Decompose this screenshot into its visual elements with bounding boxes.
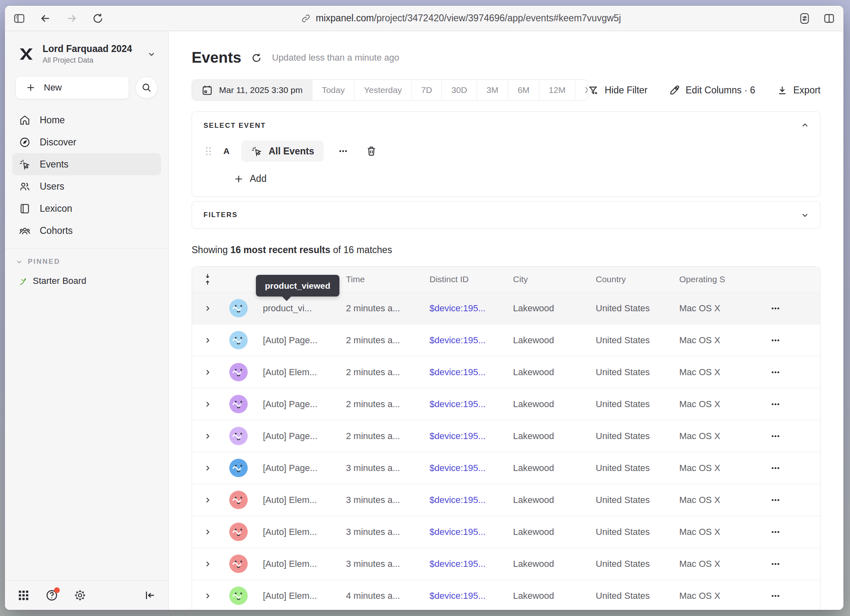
row-expand-chevron-icon[interactable]	[204, 496, 211, 504]
table-row[interactable]: [Auto] Page... 2 minutes a... $device:19…	[192, 420, 820, 452]
row-distinct-id-link[interactable]: $device:195...	[430, 559, 486, 569]
forward-button-icon[interactable]	[66, 12, 78, 25]
table-row[interactable]: [Auto] Page... 2 minutes a... $device:19…	[192, 324, 820, 356]
row-more-button[interactable]	[769, 334, 782, 346]
row-event-name[interactable]: [Auto] Page...	[253, 463, 337, 473]
date-range-yesterday[interactable]: Yesterday	[354, 80, 411, 100]
row-event-name[interactable]: [Auto] Page...	[253, 399, 337, 410]
date-range-3m[interactable]: 3M	[477, 80, 508, 100]
row-expand-chevron-icon[interactable]	[204, 433, 211, 440]
drag-handle-icon[interactable]	[205, 146, 212, 156]
more-options-icon[interactable]	[337, 145, 349, 157]
pinned-board-item[interactable]: Starter Board	[5, 270, 168, 292]
row-distinct-id-link[interactable]: $device:195...	[430, 367, 486, 377]
date-range-12m[interactable]: 12M	[539, 80, 575, 100]
row-event-name[interactable]: [Auto] Elem...	[253, 527, 337, 537]
date-range-6m[interactable]: 6M	[508, 80, 539, 100]
row-expand-chevron-icon[interactable]	[204, 369, 211, 376]
date-range-7d[interactable]: 7D	[411, 80, 442, 100]
reload-button-icon[interactable]	[92, 12, 104, 25]
event-selector-pill[interactable]: All Events	[241, 140, 324, 162]
column-header-city[interactable]: City	[504, 274, 586, 284]
back-button-icon[interactable]	[39, 12, 52, 25]
sidebar-item-users[interactable]: Users	[12, 175, 161, 197]
row-more-button[interactable]	[769, 494, 782, 506]
row-event-name[interactable]: [Auto] Elem...	[253, 367, 337, 378]
row-event-name[interactable]: product_vi...	[253, 303, 337, 314]
row-more-button[interactable]	[769, 558, 782, 570]
row-event-name[interactable]: [Auto] Elem...	[253, 495, 337, 505]
pencil-icon	[669, 85, 680, 96]
page-settings-icon[interactable]	[798, 12, 811, 25]
sidebar-item-lexicon[interactable]: Lexicon	[12, 197, 161, 220]
sidebar-nav-label: Events	[40, 159, 68, 170]
split-view-icon[interactable]	[823, 12, 835, 25]
table-row[interactable]: [Auto] Elem... 3 minutes a... $device:19…	[192, 516, 820, 548]
row-more-button[interactable]	[769, 366, 782, 378]
row-more-button[interactable]	[769, 590, 782, 602]
date-range-today[interactable]: Today	[312, 80, 354, 100]
export-button[interactable]: Export	[777, 85, 821, 96]
row-expand-chevron-icon[interactable]	[204, 560, 211, 568]
sidebar-item-home[interactable]: Home	[12, 109, 161, 131]
sidebar-item-cohorts[interactable]: Cohorts	[12, 220, 161, 242]
row-distinct-id-link[interactable]: $device:195...	[430, 495, 486, 505]
collapse-section-chevron-up-icon[interactable]	[800, 121, 809, 130]
project-switcher[interactable]: Lord Farquaad 2024 All Project Data	[5, 40, 168, 74]
table-row[interactable]: [Auto] Elem... 2 minutes a... $device:19…	[192, 356, 820, 388]
row-more-button[interactable]	[769, 398, 782, 410]
column-header-country[interactable]: Country	[586, 274, 670, 284]
new-button[interactable]: New	[16, 76, 129, 99]
row-event-name[interactable]: [Auto] Elem...	[253, 591, 337, 601]
column-header-time[interactable]: Time	[337, 274, 420, 284]
row-distinct-id-link[interactable]: $device:195...	[430, 591, 486, 601]
row-more-button[interactable]	[769, 430, 782, 442]
row-expand-chevron-icon[interactable]	[204, 592, 211, 600]
row-distinct-id-link[interactable]: $device:195...	[430, 463, 486, 473]
row-distinct-id-link[interactable]: $device:195...	[430, 399, 486, 409]
table-row[interactable]: [Auto] Elem... 3 minutes a... $device:19…	[192, 548, 820, 580]
row-distinct-id-link[interactable]: $device:195...	[430, 303, 486, 313]
help-icon[interactable]	[45, 589, 58, 602]
row-expand-chevron-icon[interactable]	[204, 305, 211, 312]
row-distinct-id-link[interactable]: $device:195...	[430, 335, 486, 345]
edit-columns-button[interactable]: Edit Columns · 6	[669, 85, 755, 96]
sidebar-item-events[interactable]: Events	[12, 153, 161, 175]
hide-filter-button[interactable]: Hide Filter	[588, 85, 648, 96]
date-range-30d[interactable]: 30D	[441, 80, 477, 100]
row-event-name[interactable]: [Auto] Elem...	[253, 559, 337, 569]
row-more-button[interactable]	[769, 462, 782, 474]
browser-sidebar-toggle-icon[interactable]	[13, 12, 25, 25]
sidebar-item-discover[interactable]: Discover	[12, 131, 161, 153]
add-event-button[interactable]: Add	[234, 173, 809, 184]
row-expand-chevron-icon[interactable]	[204, 464, 211, 472]
table-row[interactable]: [Auto] Page... 3 minutes a... $device:19…	[192, 452, 820, 484]
date-range-xtd[interactable]: XTD	[575, 80, 588, 100]
table-row[interactable]: [Auto] Elem... 3 minutes a... $device:19…	[192, 484, 820, 516]
search-button[interactable]	[136, 77, 158, 99]
row-event-name[interactable]: [Auto] Page...	[253, 431, 337, 442]
column-header-distinct-id[interactable]: Distinct ID	[420, 274, 504, 284]
collapse-rows-sort-icon[interactable]	[203, 273, 212, 285]
row-event-name[interactable]: [Auto] Page...	[253, 335, 337, 346]
table-row[interactable]: [Auto] Page... 2 minutes a... $device:19…	[192, 388, 820, 420]
row-expand-chevron-icon[interactable]	[204, 337, 211, 344]
apps-grid-icon[interactable]	[17, 589, 30, 602]
table-row[interactable]: [Auto] Elem... 4 minutes a... $device:19…	[192, 580, 820, 610]
row-expand-chevron-icon[interactable]	[204, 401, 211, 408]
row-expand-chevron-icon[interactable]	[204, 528, 211, 536]
pinned-section-header[interactable]: PINNED	[5, 249, 168, 270]
row-distinct-id-link[interactable]: $device:195...	[430, 431, 486, 441]
delete-clause-trash-icon[interactable]	[366, 145, 377, 157]
collapse-sidebar-icon[interactable]	[143, 589, 156, 602]
event-avatar	[229, 299, 248, 317]
settings-gear-icon[interactable]	[74, 589, 86, 602]
row-more-button[interactable]	[769, 302, 782, 315]
refresh-icon[interactable]	[251, 52, 262, 63]
row-more-button[interactable]	[769, 526, 782, 538]
address-bar[interactable]: mixpanel.com/project/3472420/view/397469…	[136, 13, 786, 24]
row-distinct-id-link[interactable]: $device:195...	[430, 527, 486, 537]
expand-section-chevron-down-icon[interactable]	[800, 211, 809, 220]
date-picker-button[interactable]: Mar 11, 2025 3:30 pm	[192, 80, 312, 100]
column-header-os[interactable]: Operating S	[670, 274, 744, 284]
